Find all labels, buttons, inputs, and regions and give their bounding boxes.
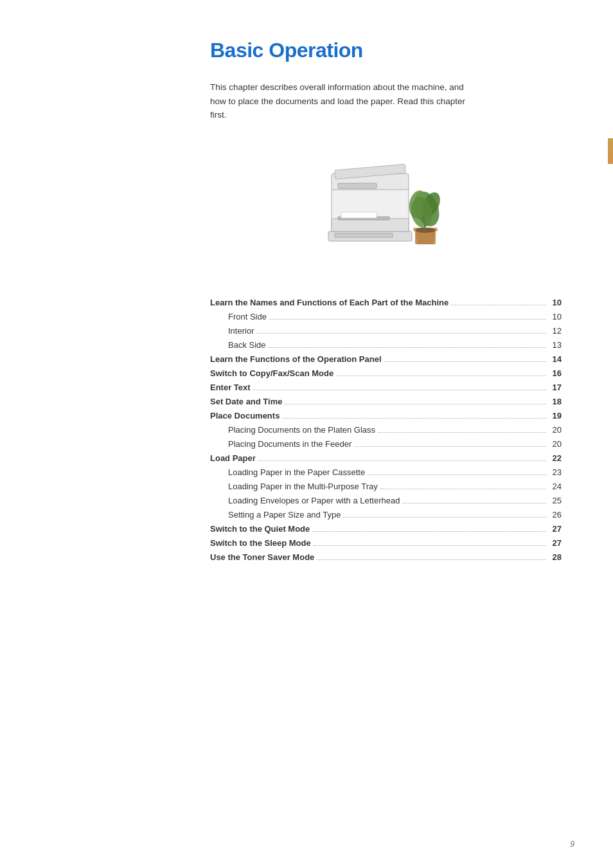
toc-dots	[451, 305, 546, 305]
toc-page-number: 20	[549, 426, 562, 434]
toc-label: Loading Envelopes or Paper with a Letter…	[228, 496, 400, 505]
toc-item: Learn the Names and Functions of Each Pa…	[210, 296, 562, 310]
toc-dots	[314, 545, 546, 546]
toc-item: Loading Envelopes or Paper with a Letter…	[210, 494, 562, 508]
toc-item: Switch to Copy/Fax/Scan Mode16	[210, 366, 562, 381]
toc-label: Use the Toner Saver Mode	[210, 553, 314, 561]
toc-label: Back Side	[228, 341, 266, 349]
toc-page-number: 23	[549, 468, 562, 476]
toc-item: Enter Text17	[210, 381, 562, 395]
svg-rect-3	[338, 183, 377, 188]
toc-item: Learn the Functions of the Operation Pan…	[210, 352, 562, 366]
toc-dots	[282, 418, 546, 419]
toc-page-number: 13	[549, 341, 562, 349]
toc-dots	[402, 503, 546, 503]
toc-dots	[285, 404, 546, 404]
toc-item: Switch to the Sleep Mode27	[210, 536, 562, 550]
svg-rect-4	[332, 219, 409, 231]
toc-item: Placing Documents in the Feeder20	[210, 437, 562, 451]
toc-item: Front Side10	[210, 310, 562, 324]
toc-page-number: 18	[549, 397, 562, 406]
toc-label: Learn the Functions of the Operation Pan…	[210, 355, 382, 363]
toc-label: Enter Text	[210, 383, 251, 392]
toc-item: Switch to the Quiet Mode27	[210, 522, 562, 536]
toc-label: Placing Documents in the Feeder	[228, 440, 351, 448]
toc-dots	[253, 390, 546, 390]
toc-dots	[256, 333, 546, 334]
toc-dots	[312, 531, 546, 532]
toc-label: Learn the Names and Functions of Each Pa…	[210, 298, 449, 307]
toc-page-number: 14	[549, 355, 562, 363]
toc-item: Interior12	[210, 324, 562, 338]
page: Basic Operation This chapter describes o…	[0, 0, 613, 868]
chapter-title: Basic Operation	[210, 39, 562, 62]
toc-page-number: 10	[549, 298, 562, 307]
toc-label: Loading Paper in the Multi-Purpose Tray	[228, 482, 378, 491]
content: Basic Operation This chapter describes o…	[0, 0, 613, 868]
toc-label: Loading Paper in the Paper Cassette	[228, 468, 365, 476]
toc-item: Use the Toner Saver Mode28	[210, 550, 562, 565]
toc-dots	[380, 489, 546, 489]
toc-page-number: 12	[549, 327, 562, 335]
toc-page-number: 22	[549, 454, 562, 462]
toc-page-number: 20	[549, 440, 562, 448]
toc-label: Switch to the Sleep Mode	[210, 539, 311, 547]
toc-dots	[269, 347, 546, 348]
toc-item: Place Documents19	[210, 409, 562, 423]
toc-dots	[368, 475, 546, 475]
toc-dots	[336, 375, 546, 376]
toc-label: Placing Documents on the Platen Glass	[228, 426, 375, 434]
toc-dots	[343, 517, 546, 518]
accent-bar	[608, 138, 613, 164]
toc-label: Interior	[228, 327, 254, 335]
toc-item: Loading Paper in the Multi-Purpose Tray2…	[210, 480, 562, 494]
toc-page-number: 27	[549, 525, 562, 533]
toc-label: Front Side	[228, 312, 267, 321]
toc-label: Setting a Paper Size and Type	[228, 511, 341, 519]
toc-label: Set Date and Time	[210, 397, 282, 406]
svg-rect-8	[335, 233, 393, 237]
toc-label: Switch to the Quiet Mode	[210, 525, 310, 533]
toc-page-number: 19	[549, 411, 562, 420]
toc-page-number: 25	[549, 496, 562, 505]
page-number: 9	[570, 840, 574, 849]
table-of-contents: Learn the Names and Functions of Each Pa…	[210, 296, 562, 565]
toc-label: Switch to Copy/Fax/Scan Mode	[210, 369, 333, 377]
toc-page-number: 26	[549, 511, 562, 519]
toc-page-number: 24	[549, 482, 562, 491]
toc-dots	[384, 361, 546, 362]
toc-dots	[269, 319, 546, 320]
toc-page-number: 17	[549, 383, 562, 392]
illustration-area	[210, 148, 562, 264]
toc-item: Back Side13	[210, 338, 562, 352]
toc-dots	[258, 460, 546, 461]
svg-rect-6	[341, 212, 377, 218]
toc-dots	[378, 432, 546, 433]
toc-item: Setting a Paper Size and Type26	[210, 508, 562, 522]
chapter-description: This chapter describes overall informati…	[210, 80, 480, 122]
toc-page-number: 16	[549, 369, 562, 377]
printer-plant-illustration	[319, 148, 454, 264]
toc-item: Loading Paper in the Paper Cassette23	[210, 466, 562, 480]
toc-page-number: 28	[549, 553, 562, 561]
toc-dots	[354, 446, 546, 447]
toc-label: Load Paper	[210, 454, 256, 462]
toc-dots	[317, 559, 546, 560]
toc-item: Placing Documents on the Platen Glass20	[210, 423, 562, 437]
toc-item: Set Date and Time18	[210, 395, 562, 409]
toc-page-number: 10	[549, 312, 562, 321]
toc-page-number: 27	[549, 539, 562, 547]
toc-label: Place Documents	[210, 411, 280, 420]
toc-item: Load Paper22	[210, 451, 562, 466]
